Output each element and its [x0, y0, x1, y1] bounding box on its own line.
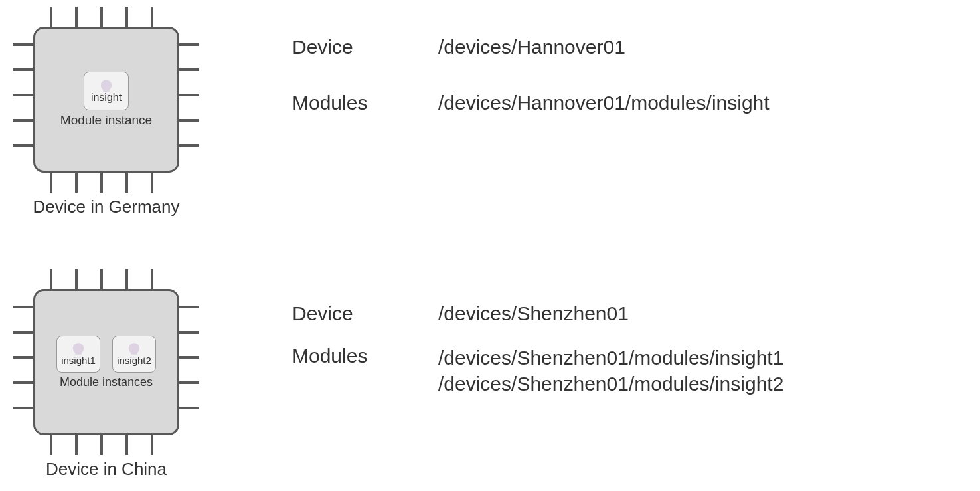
- module-instance: insight1: [56, 336, 100, 373]
- chip-caption: Device in China: [46, 459, 167, 480]
- module-instance: insight: [84, 72, 129, 110]
- module-paths: /devices/Shenzhen01/modules/insight1 /de…: [438, 345, 783, 397]
- device-section-china: insight1 insight2 Module instances Devic…: [13, 269, 783, 480]
- modules-label: Modules: [292, 92, 425, 114]
- module-path: /devices/Hannover01/modules/insight: [438, 92, 770, 114]
- chip-container: insight Module instance Device in German…: [13, 7, 199, 217]
- lightbulb-icon: [125, 342, 143, 360]
- device-info-table: Device /devices/Shenzhen01 Modules /devi…: [292, 302, 783, 397]
- device-label: Device: [292, 36, 425, 58]
- device-info-table: Device /devices/Hannover01 Modules /devi…: [292, 36, 770, 114]
- device-path: /devices/Hannover01: [438, 36, 770, 58]
- lightbulb-icon: [97, 78, 116, 97]
- module-instance-label: Module instance: [60, 113, 152, 128]
- device-label: Device: [292, 302, 425, 325]
- module-path: /devices/Shenzhen01/modules/insight1: [438, 345, 783, 371]
- modules-row: insight1 insight2: [56, 336, 156, 373]
- chip-container: insight1 insight2 Module instances Devic…: [13, 269, 199, 480]
- module-path: /devices/Shenzhen01/modules/insight2: [438, 371, 783, 397]
- chip-icon: insight1 insight2 Module instances: [13, 269, 199, 455]
- chip-caption: Device in Germany: [33, 197, 179, 217]
- device-section-germany: insight Module instance Device in German…: [13, 7, 770, 217]
- modules-label: Modules: [292, 345, 425, 397]
- chip-icon: insight Module instance: [13, 7, 199, 193]
- chip-body: insight Module instance: [33, 27, 179, 173]
- device-path: /devices/Shenzhen01: [438, 302, 783, 325]
- module-instances-label: Module instances: [60, 375, 153, 389]
- lightbulb-icon: [69, 342, 88, 360]
- chip-body: insight1 insight2 Module instances: [33, 289, 179, 435]
- module-instance: insight2: [112, 336, 156, 373]
